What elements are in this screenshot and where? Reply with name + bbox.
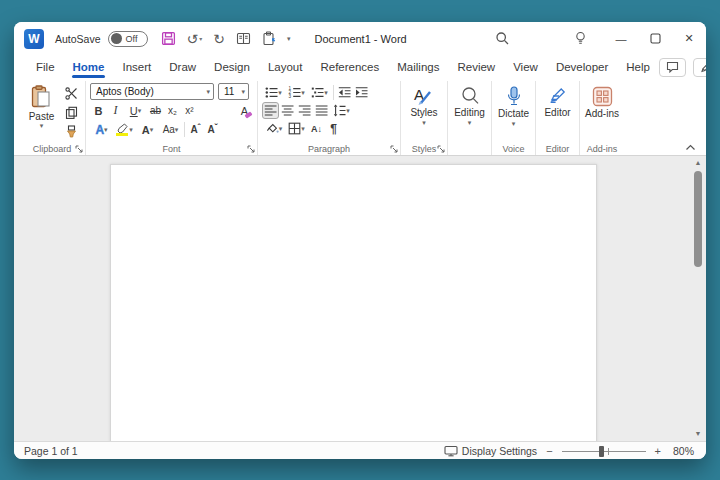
group-editor: Editor Editor	[536, 81, 580, 155]
tab-draw[interactable]: Draw	[160, 55, 205, 79]
tab-developer[interactable]: Developer	[547, 55, 617, 79]
decrease-indent-button[interactable]	[336, 84, 353, 101]
show-hide-marks-button[interactable]: ¶	[325, 120, 342, 137]
highlight-color-button[interactable]: ▾	[113, 121, 136, 138]
align-right-button[interactable]	[296, 102, 313, 119]
font-color-button[interactable]: A▾	[136, 121, 159, 138]
group-voice: Dictate ▾ Voice	[492, 81, 536, 155]
maximize-button[interactable]	[638, 22, 672, 55]
subscript-button[interactable]: x₂	[164, 102, 181, 119]
display-settings-button[interactable]: Display Settings	[444, 445, 537, 457]
font-name-combobox[interactable]: Aptos (Body) ▾	[90, 83, 214, 100]
comments-button[interactable]	[659, 58, 686, 77]
close-button[interactable]: ✕	[672, 22, 706, 55]
font-row-2: B I U▾ ab x₂ x² A	[90, 102, 253, 119]
tab-help[interactable]: Help	[617, 55, 659, 79]
status-bar: Page 1 of 1 Display Settings − + 80%	[14, 441, 706, 459]
qat-overflow-chevron-icon[interactable]: ▾	[287, 35, 291, 43]
paste-button[interactable]: Paste ▾	[23, 83, 60, 141]
magnifier-icon	[460, 86, 480, 106]
undo-chevron-icon[interactable]: ▾	[199, 35, 202, 42]
minimize-button[interactable]: —	[604, 22, 638, 55]
zoom-in-button[interactable]: +	[655, 445, 661, 457]
editor-group-label: Editor	[536, 144, 579, 154]
tab-mailings[interactable]: Mailings	[388, 55, 448, 79]
autosave-label: AutoSave	[55, 33, 101, 45]
microphone-icon	[506, 86, 522, 107]
collapse-ribbon-chevron-icon[interactable]	[685, 144, 696, 151]
save-icon[interactable]	[161, 31, 176, 46]
page-status[interactable]: Page 1 of 1	[24, 445, 78, 457]
editing-mode-button[interactable]: ▾	[693, 58, 706, 77]
shading-button[interactable]: ▾	[262, 120, 285, 137]
group-paragraph: ▾ 123 ▾ ▾	[258, 81, 401, 155]
cut-icon[interactable]	[63, 85, 80, 102]
justify-button[interactable]	[313, 102, 330, 119]
word-logo-icon[interactable]: W	[24, 29, 44, 49]
search-icon[interactable]	[486, 22, 518, 55]
increase-indent-button[interactable]	[353, 84, 370, 101]
format-painter-icon[interactable]	[63, 123, 80, 140]
undo-icon[interactable]: ↺▾	[187, 32, 203, 46]
zoom-slider-thumb[interactable]	[599, 446, 604, 457]
numbering-button[interactable]: 123 ▾	[285, 84, 308, 101]
clear-formatting-button[interactable]: A	[236, 102, 253, 119]
tab-view[interactable]: View	[504, 55, 547, 79]
zoom-out-button[interactable]: −	[546, 445, 552, 457]
font-name-chevron-icon: ▾	[206, 88, 210, 96]
underline-button[interactable]: U▾	[124, 102, 147, 119]
dictate-button[interactable]: Dictate ▾	[496, 83, 531, 141]
styles-button[interactable]: A Styles ▾	[405, 83, 443, 141]
line-spacing-button[interactable]: ▾	[330, 102, 353, 119]
font-size-combobox[interactable]: 11 ▾	[218, 83, 249, 100]
superscript-button[interactable]: x²	[181, 102, 198, 119]
document-page[interactable]	[110, 164, 597, 441]
clipboard-dialog-launcher-icon[interactable]	[75, 145, 83, 153]
styles-dialog-launcher-icon[interactable]	[437, 145, 445, 153]
borders-button[interactable]: ▾	[285, 120, 308, 137]
scroll-up-icon[interactable]: ▲	[695, 158, 702, 168]
paste-special-icon[interactable]	[262, 31, 276, 46]
italic-button[interactable]: I	[107, 102, 124, 119]
word-window: W AutoSave Off ↺▾ ↻ ▾ Document1 - Word	[14, 22, 706, 459]
bold-button[interactable]: B	[90, 102, 107, 119]
tab-references[interactable]: References	[311, 55, 388, 79]
redo-icon[interactable]: ↻	[213, 32, 225, 46]
tab-design[interactable]: Design	[205, 55, 259, 79]
group-styles: A Styles ▾ Styles	[401, 81, 448, 155]
paste-chevron-icon[interactable]: ▾	[40, 122, 44, 130]
font-row-3: A▾ ▾ A▾ Aa▾ Aˆ Aˇ	[90, 121, 253, 138]
font-dialog-launcher-icon[interactable]	[247, 145, 255, 153]
strikethrough-button[interactable]: ab	[147, 102, 164, 119]
zoom-slider[interactable]	[562, 445, 646, 457]
grow-font-button[interactable]: Aˆ	[187, 121, 204, 138]
tab-home[interactable]: Home	[64, 55, 114, 79]
sort-button[interactable]: A↓	[308, 120, 325, 137]
read-mode-icon[interactable]	[236, 32, 251, 45]
editing-button[interactable]: Editing ▾	[452, 83, 487, 141]
autosave-toggle[interactable]: Off	[108, 31, 148, 47]
scrollbar-thumb[interactable]	[694, 171, 702, 267]
align-left-button[interactable]	[262, 102, 279, 119]
tab-review[interactable]: Review	[448, 55, 504, 79]
editor-button[interactable]: Editor	[540, 83, 575, 141]
copy-icon[interactable]	[63, 104, 80, 121]
shrink-font-button[interactable]: Aˇ	[204, 121, 221, 138]
lightbulb-icon[interactable]	[564, 22, 596, 55]
change-case-button[interactable]: Aa▾	[159, 121, 182, 138]
tab-layout[interactable]: Layout	[259, 55, 312, 79]
highlighter-icon	[116, 123, 129, 136]
addins-button[interactable]: Add-ins	[584, 83, 620, 141]
align-center-button[interactable]	[279, 102, 296, 119]
scroll-down-icon[interactable]: ▼	[695, 429, 702, 439]
paragraph-row-3: ▾ ▾ A↓ ¶	[262, 120, 396, 137]
zoom-level[interactable]: 80%	[670, 445, 694, 457]
tab-file[interactable]: File	[27, 55, 64, 79]
text-effects-button[interactable]: A▾	[90, 121, 113, 138]
vertical-scrollbar[interactable]: ▲ ▼	[691, 158, 705, 439]
group-font: Aptos (Body) ▾ 11 ▾ B I U▾ ab x₂ x² A A▾	[86, 81, 258, 155]
multilevel-list-button[interactable]: ▾	[308, 84, 331, 101]
tab-insert[interactable]: Insert	[113, 55, 160, 79]
bullets-button[interactable]: ▾	[262, 84, 285, 101]
paragraph-dialog-launcher-icon[interactable]	[390, 145, 398, 153]
